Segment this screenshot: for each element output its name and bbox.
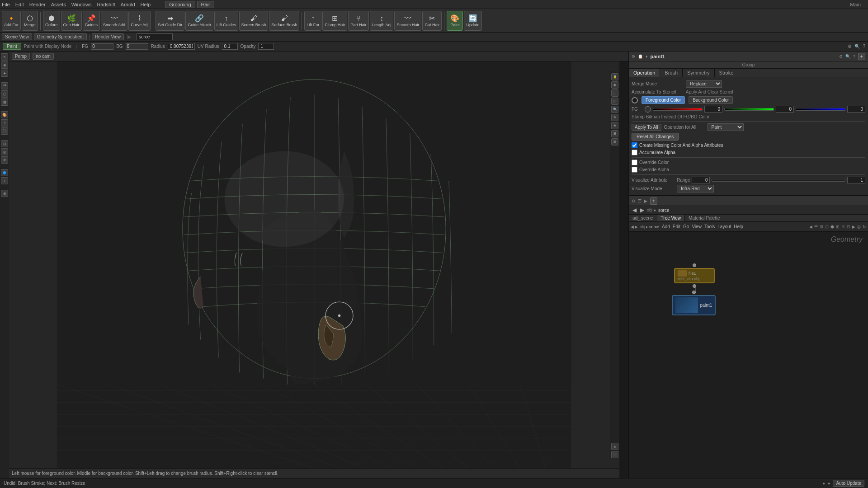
paint-mode-btn[interactable]: Paint [3,43,21,50]
net-tool-4[interactable]: ⬡ [825,225,829,229]
tool-15-icon[interactable]: ⊛ [1,190,8,197]
part-hair-btn[interactable]: ⑂ Part Hair [348,11,369,31]
tool-11-icon[interactable]: ◎ [1,148,8,155]
file1-node[interactable]: file1 rest_clip.obj [674,263,715,288]
menu-windows[interactable]: Windows [71,2,92,7]
tab-add[interactable]: + [724,215,735,221]
bg-input[interactable] [127,44,147,49]
tool-12-icon[interactable]: ✣ [1,156,8,164]
paint-hair-btn[interactable]: 🎨 Paint [447,11,463,31]
screen-brush-btn[interactable]: 🖌 Screen Brush [239,11,269,31]
lift-fur-btn[interactable]: ↑ Lift Fur [304,11,321,31]
update-btn[interactable]: 🔄 Update [464,11,481,31]
visualize-mode-select[interactable]: Infra-Red Greyscale False Color [677,185,714,192]
nav-forward-btn[interactable]: ▶ [639,207,645,213]
generate-hair-btn[interactable]: 🌿 Gen Hair [61,11,82,31]
right-icon-bottom-1[interactable]: ● [611,443,618,450]
tool-3-icon[interactable]: ✦ [1,70,8,77]
create-missing-checkbox[interactable] [632,142,637,148]
paint1-node[interactable]: paint1 [672,291,716,315]
guides-btn[interactable]: 📌 Guides [83,11,100,31]
tab-tree-view[interactable]: Tree View [657,215,685,221]
menu-file[interactable]: File [2,2,10,7]
grooming-dropdown[interactable]: Grooming [165,1,195,8]
color-slider-r[interactable] [653,108,703,111]
clump-hair-btn[interactable]: ⊞ Clump Hair [322,11,347,31]
opacity-input[interactable] [258,43,274,50]
net-menu-add[interactable]: Add [662,224,670,229]
range-slider[interactable] [712,179,845,182]
tab-operation[interactable]: Operation [629,69,660,77]
tool-9-icon[interactable]: ⬛ [1,127,8,135]
color-slider-g[interactable] [724,108,774,111]
nav-back-btn[interactable]: ◀ [632,207,637,213]
tool-5-icon[interactable]: ⬡ [1,90,8,98]
color-r-input[interactable]: 0 [704,106,722,113]
right-icon-2[interactable]: ◉ [611,81,618,89]
fg-input[interactable] [92,44,112,49]
right-icon-1[interactable]: 🔒 [611,73,618,80]
curve-adjust-btn[interactable]: ⌇ Curve Adj [128,11,151,31]
tab-brush[interactable]: Brush [660,69,683,77]
net-tool-5[interactable]: ⬢ [830,225,834,229]
node-graph-canvas[interactable]: Geometry file1 rest_clip.obj [629,232,868,478]
reset-all-btn[interactable]: Reset All Changes [632,133,679,141]
net-menu-edit[interactable]: Edit [673,224,680,229]
net-tool-1[interactable]: ◀ [809,225,812,229]
persp-btn[interactable]: Persp [12,53,30,60]
menu-render[interactable]: Render [29,2,46,7]
tool-10-icon[interactable]: ⊡ [1,140,8,147]
tab-adj-scene[interactable]: adj_scene [629,215,657,221]
length-adjust-btn[interactable]: ↕ Length Adj [370,11,394,31]
menu-help[interactable]: Help [141,2,151,7]
range-end-input[interactable]: 1 [847,177,865,183]
color-slider-b[interactable] [796,108,845,111]
menu-arnold[interactable]: Arnold [121,2,135,7]
right-icon-6[interactable]: ↻ [611,114,618,121]
net-menu-layout[interactable]: Layout [717,224,731,229]
tab-stroke[interactable]: Stroke [715,69,739,77]
tool-14-icon[interactable]: ↕ [1,177,8,184]
net-tool-3[interactable]: ⊞ [820,225,823,229]
net-menu-help[interactable]: Help [734,224,743,229]
merge-mode-select[interactable]: Replace Add Subtract [686,80,722,88]
no-cam-btn[interactable]: no cam [33,53,54,60]
menu-assets[interactable]: Assets [51,2,66,7]
right-icon-8[interactable]: ☰ [611,130,618,137]
paint1-node-body[interactable]: paint1 [672,295,716,315]
file1-node-body[interactable]: file1 rest_clip.obj [674,268,715,283]
tool-7-icon[interactable]: 🎨 [1,111,8,118]
range-start-input[interactable]: 0 [692,177,710,183]
net-tool-6[interactable]: ⊞ [836,225,840,229]
net-menu-go[interactable]: Go [683,224,689,229]
net-tool-10[interactable]: ◎ [857,225,861,229]
net-tool-11[interactable]: ↻ [863,225,866,229]
net-tool-7[interactable]: ⊕ [841,225,845,229]
render-view-btn[interactable]: Render View [92,33,124,40]
scene-view-btn[interactable]: Scene View [2,33,32,40]
fg-color-indicator[interactable] [632,97,638,103]
tab-symmetry[interactable]: Symmetry [683,69,715,77]
color-g-input[interactable]: 0 [776,106,794,113]
tool-13-icon[interactable]: 🔷 [1,169,8,176]
smooth-hair-btn[interactable]: 〰 Smooth Hair [394,11,421,31]
surface-brush-btn[interactable]: 🖌 Surface Brush [269,11,299,31]
hair-dropdown[interactable]: Hair [197,1,214,8]
override-alpha-checkbox[interactable] [632,167,637,173]
right-icon-3[interactable]: ⬚ [611,89,618,97]
gofore-btn[interactable]: ⬢ Gofore [43,11,60,31]
geometry-spreadsheet-btn[interactable]: Geometry Spreadsheet [34,33,87,40]
smooth-add-btn[interactable]: 〰 Smooth Add [101,11,127,31]
apply-to-all-btn[interactable]: Apply To All [632,124,661,131]
path-input[interactable] [137,33,173,40]
uv-radius-input[interactable] [222,43,238,50]
panel-add-btn[interactable]: + [858,53,865,60]
tool-2-icon[interactable]: ⊕ [1,61,8,69]
lift-guides-btn[interactable]: ↑ Lift Guides [214,11,238,31]
color-b-input[interactable]: 0 [847,106,865,113]
net-tool-2[interactable]: ☰ [814,225,818,229]
net-tool-9[interactable]: ▶ [852,225,855,229]
tool-8-icon[interactable]: ⌗ [1,119,8,127]
right-icon-9[interactable]: ⊞ [611,138,618,145]
select-tool-icon[interactable]: ↖ [1,53,8,61]
